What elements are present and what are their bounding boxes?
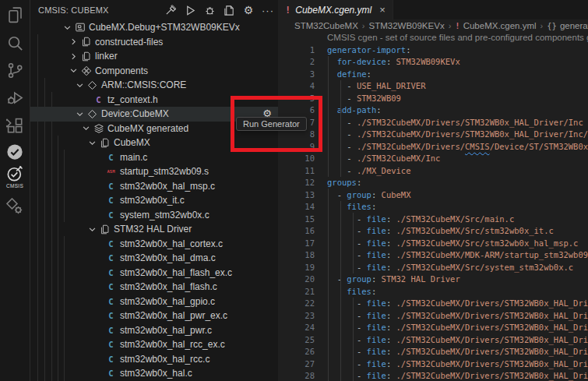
run-debug-icon[interactable] [0, 89, 30, 107]
run-icon[interactable] [183, 3, 197, 17]
breadcrumb-item[interactable]: STM32WB09KEVx [368, 21, 444, 30]
code-line-12[interactable]: 12groups: [278, 177, 588, 189]
more-actions-icon[interactable]: ··· [261, 3, 275, 17]
code-line-9[interactable]: 9 - ./STM32CubeMX/Drivers/CMSIS/Device/S… [278, 141, 588, 153]
code-line-24[interactable]: 24 - file: ./STM32CubeMX/Drivers/STM32WB… [278, 322, 588, 334]
breadcrumb-item[interactable]: STM32CubeMX [294, 21, 358, 30]
explorer-icon[interactable] [0, 6, 30, 24]
chevron-right-icon[interactable] [68, 51, 79, 62]
code-line-13[interactable]: 13 - group: CubeMX [278, 189, 588, 202]
chevron-down-icon[interactable] [80, 122, 92, 134]
tree-row-constructed-files[interactable]: constructed-files [30, 35, 278, 50]
tree-item-label: CubeMX generated [107, 123, 188, 134]
cmsis-view-icon[interactable]: CMSIS [0, 165, 30, 189]
code-line-4[interactable]: 4 - USE_HAL_DRIVER [278, 80, 588, 93]
extensions-icon[interactable] [0, 117, 30, 135]
tree-row-stm32wb0x-hal-cortex-c[interactable]: Cstm32wb0x_hal_cortex.c [30, 237, 278, 252]
code-line-27[interactable]: 27 - file: ./STM32CubeMX/Drivers/STM32WB… [278, 358, 588, 371]
line-content: - file: ./STM32CubeMX/Drivers/STM32WB0x_… [327, 310, 588, 323]
code-line-3[interactable]: 3 define: [278, 69, 588, 81]
code-line-19[interactable]: 19 - file: ./STM32CubeMX/Src/system_stm3… [278, 262, 588, 274]
arm-tools-icon[interactable] [0, 198, 30, 216]
chevron-down-icon[interactable] [62, 22, 73, 34]
code-line-7[interactable]: 7 - ./STM32CubeMX/Drivers/STM32WB0x_HAL_… [278, 117, 588, 129]
open-file-icon[interactable] [222, 3, 236, 17]
tree-row-stm32-hal-driver[interactable]: STM32 HAL Driver [30, 222, 278, 237]
line-content: - group: STM32 HAL Driver [327, 273, 460, 286]
c-file-icon: C [104, 338, 118, 351]
breadcrumb-item[interactable]: !CubeMX.cgen.yml [455, 21, 536, 30]
line-number: 18 [278, 249, 327, 262]
check-extension-icon[interactable] [0, 143, 30, 161]
build-icon[interactable] [164, 3, 178, 17]
code-line-22[interactable]: 22 - file: ./STM32CubeMX/Drivers/STM32WB… [278, 298, 588, 310]
line-content: define: [327, 69, 371, 81]
tree-row-stm32wb0x-it-c[interactable]: Cstm32wb0x_it.c [30, 193, 278, 208]
tree-row-stm32wb0x-hal-pwr-ex-c[interactable]: Cstm32wb0x_hal_pwr_ex.c [30, 309, 278, 323]
code-line-6[interactable]: 6 add-path: [278, 104, 588, 117]
tree-row-stm32wb0x-hal-rcc-ex-c[interactable]: Cstm32wb0x_hal_rcc_ex.c [30, 337, 278, 352]
tree-row-stm32wb0x-hal-dma-c[interactable]: Cstm32wb0x_hal_dma.c [30, 251, 278, 266]
h-file-icon: C [92, 93, 105, 106]
c-file-icon: C [104, 151, 118, 164]
vscode-window: CMSIS CMSIS: CUBEMX ⚙ ··· [0, 0, 588, 381]
files-icon [98, 223, 111, 235]
tree-row-cubemx-debug-stm32wb09kevx[interactable]: CubeMX.Debug+STM32WB09KEVx [30, 20, 278, 35]
chevron-down-icon[interactable] [86, 224, 98, 235]
code-line-1[interactable]: 1generator-import: [278, 44, 588, 57]
code-line-8[interactable]: 8 - ./STM32CubeMX/Drivers/STM32WB0x_HAL_… [278, 129, 588, 141]
tab-close-icon[interactable]: × [379, 4, 386, 16]
tree-row-stm32wb0x-hal-flash-ex-c[interactable]: Cstm32wb0x_hal_flash_ex.c [30, 266, 278, 280]
chevron-down-icon[interactable] [86, 137, 98, 149]
breadcrumb-item[interactable]: {}generator-import [547, 21, 588, 30]
tree-row-main-c[interactable]: Cmain.c [30, 150, 278, 165]
code-line-14[interactable]: 14 files: [278, 201, 588, 213]
tree-row-stm32wb0x-hal-msp-c[interactable]: Cstm32wb0x_hal_msp.c [30, 179, 278, 194]
components-icon [79, 65, 93, 77]
tree-row-startup-stm32wb09-s[interactable]: ASMstartup_stm32wb09.s [30, 164, 278, 179]
tree-row-stm32wb0x-hal-gpio-c[interactable]: Cstm32wb0x_hal_gpio.c [30, 295, 278, 309]
tree-row-stm32wb0x-hal-rcc-c[interactable]: Cstm32wb0x_hal_rcc.c [30, 352, 278, 367]
code-line-17[interactable]: 17 - file: ./STM32CubeMX/Src/stm32wb0x_h… [278, 238, 588, 250]
c-file-icon: C [104, 280, 118, 293]
code-line-25[interactable]: 25 - file: ./STM32CubeMX/Drivers/STM32WB… [278, 334, 588, 347]
tree-row-stm32wb0x-hal-pwr-c[interactable]: Cstm32wb0x_hal_pwr.c [30, 323, 278, 338]
chevron-down-icon[interactable] [74, 79, 86, 91]
line-content: add-path: [327, 104, 382, 117]
tree-row-arm-cmsis-core[interactable]: ARM::CMSIS:CORE [30, 78, 278, 93]
chevron-down-icon[interactable] [68, 65, 79, 76]
tree-row-system-stm32wb0x-c[interactable]: Csystem_stm32wb0x.c [30, 208, 278, 223]
tree-row-components[interactable]: Components [30, 64, 278, 79]
chevron-down-icon[interactable] [74, 108, 86, 120]
tree-item-label: linker [95, 51, 118, 62]
code-line-23[interactable]: 23 - file: ./STM32CubeMX/Drivers/STM32WB… [278, 310, 588, 323]
tree-row-stm32wb0x-hal-flash-c[interactable]: Cstm32wb0x_hal_flash.c [30, 280, 278, 295]
code-line-16[interactable]: 16 - file: ./STM32CubeMX/Src/stm32wb0x_i… [278, 225, 588, 238]
code-line-18[interactable]: 18 - file: ./STM32CubeMX/MDK-ARM/startup… [278, 249, 588, 262]
code-line-28[interactable]: 28 - file: ./STM32CubeMX/Drivers/STM32WB… [278, 370, 588, 381]
line-number: 20 [278, 273, 327, 286]
tree-row-stm32wb0x-hal-c[interactable]: Cstm32wb0x_hal.c [30, 366, 278, 381]
chevron-right-icon[interactable] [68, 36, 79, 48]
debug-icon[interactable] [202, 3, 217, 17]
code-line-15[interactable]: 15 - file: ./STM32CubeMX/Src/main.c [278, 213, 588, 226]
settings-gear-icon[interactable]: ⚙ [241, 3, 255, 17]
tree-row-linker[interactable]: linker [30, 49, 278, 64]
tree-item-label: system_stm32wb0x.c [120, 210, 209, 220]
code-line-26[interactable]: 26 - file: ./STM32CubeMX/Drivers/STM32WB… [278, 346, 588, 358]
code-line-21[interactable]: 21 files: [278, 286, 588, 298]
code-editor[interactable]: CMSIS cgen - set of source files and pre… [278, 32, 588, 381]
search-icon[interactable] [0, 34, 30, 52]
code-line-11[interactable]: 11 - ./MX_Device [278, 165, 588, 178]
line-number: 26 [278, 346, 327, 358]
code-line-2[interactable]: 2 for-device: STM32WB09KEVx [278, 56, 588, 69]
source-control-icon[interactable] [0, 62, 30, 79]
sidebar-title: CMSIS: CUBEMX [38, 5, 109, 15]
code-line-10[interactable]: 10 - ./STM32CubeMX/Inc [278, 153, 588, 165]
code-line-20[interactable]: 20 - group: STM32 HAL Driver [278, 273, 588, 286]
line-content: - STM32WB09 [327, 93, 401, 105]
breadcrumb-label: CubeMX.cgen.yml [463, 21, 537, 30]
tree-item-label: tz_context.h [107, 94, 158, 105]
tab-cubemx-cgen-yml[interactable]: ! CubeMX.cgen.yml × [278, 0, 393, 19]
code-line-5[interactable]: 5 - STM32WB09 [278, 93, 588, 105]
